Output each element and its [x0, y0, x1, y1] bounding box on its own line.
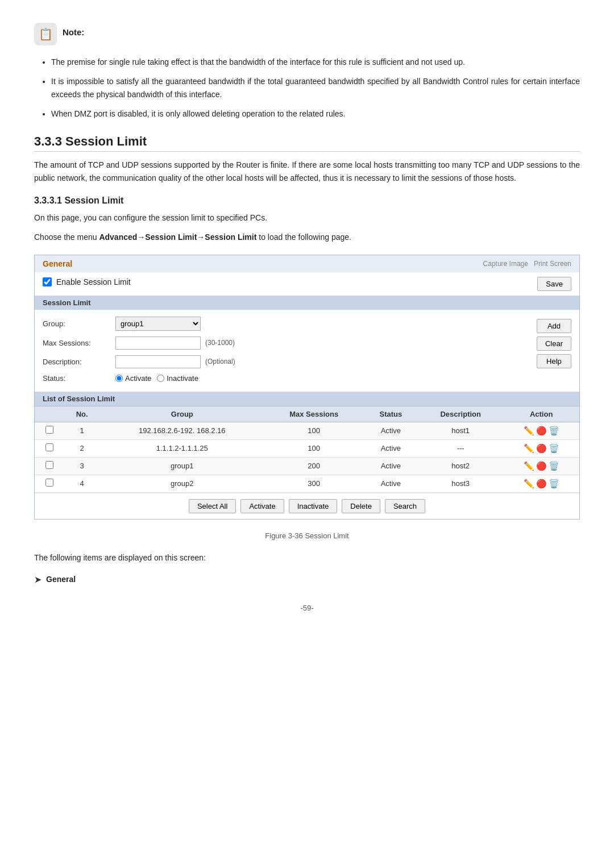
- group-select[interactable]: group1: [115, 317, 201, 331]
- table-buttons: Select All Activate Inactivate Delete Se…: [35, 493, 579, 519]
- save-button[interactable]: Save: [537, 277, 571, 291]
- table-row: 1 192.168.2.6-192. 168.2.16 100 Active h…: [35, 422, 579, 439]
- delete-icon[interactable]: 🗑️: [549, 461, 559, 471]
- panel-header-title: General: [43, 259, 72, 268]
- row-no: 4: [64, 475, 99, 492]
- activate-radio[interactable]: [115, 375, 123, 382]
- stop-icon[interactable]: 🔴: [536, 479, 546, 489]
- col-header-no: No.: [64, 406, 99, 422]
- note-label: Note:: [63, 27, 84, 37]
- row-checkbox[interactable]: [35, 457, 64, 475]
- capture-image-link[interactable]: Capture Image: [483, 260, 528, 268]
- row-no: 1: [64, 422, 99, 439]
- form-section: Group: group1 Max Sessions: (30-1000) De…: [35, 310, 579, 392]
- following-items: The following items are displayed on thi…: [34, 551, 580, 565]
- form-right: Add Clear Help: [537, 317, 571, 388]
- general-section: ➤ General: [34, 574, 580, 585]
- table-row: 3 group1 200 Active host2 ✏️ 🔴 🗑️: [35, 457, 579, 475]
- col-header-status: Status: [364, 406, 418, 422]
- description-input[interactable]: [115, 355, 201, 368]
- edit-icon[interactable]: ✏️: [524, 443, 534, 454]
- inactivate-radio[interactable]: [157, 375, 164, 382]
- row-description: ---: [418, 439, 503, 457]
- row-action: ✏️ 🔴 🗑️: [503, 475, 579, 492]
- delete-button[interactable]: Delete: [342, 499, 380, 513]
- table-row: 2 1.1.1.2-1.1.1.25 100 Active --- ✏️ 🔴 🗑…: [35, 439, 579, 457]
- row-no: 2: [64, 439, 99, 457]
- row-max-sessions: 100: [264, 422, 364, 439]
- max-sessions-hint: (30-1000): [205, 339, 235, 347]
- activate-button[interactable]: Activate: [240, 499, 284, 513]
- page-number: -59-: [34, 602, 580, 614]
- edit-icon[interactable]: ✏️: [524, 461, 534, 471]
- enable-session-limit-checkbox[interactable]: [43, 277, 52, 286]
- col-header-action: Action: [503, 406, 579, 422]
- row-action: ✏️ 🔴 🗑️: [503, 422, 579, 439]
- inactivate-button[interactable]: Inactivate: [289, 499, 338, 513]
- table-row: 4 group2 300 Active host3 ✏️ 🔴 🗑️: [35, 475, 579, 492]
- activate-radio-label[interactable]: Activate: [115, 374, 151, 383]
- row-status: Active: [364, 475, 418, 492]
- inactivate-radio-label[interactable]: Inactivate: [157, 374, 198, 383]
- max-sessions-label: Max Sessions:: [43, 339, 111, 347]
- group-row: Group: group1: [43, 317, 525, 331]
- row-group: group1: [100, 457, 264, 475]
- stop-icon[interactable]: 🔴: [536, 461, 546, 471]
- col-header-group: Group: [100, 406, 264, 422]
- figure-caption: Figure 3-36 Session Limit: [34, 530, 580, 542]
- description-row: Description: (Optional): [43, 355, 525, 368]
- row-status: Active: [364, 422, 418, 439]
- search-button[interactable]: Search: [385, 499, 425, 513]
- row-checkbox[interactable]: [35, 439, 64, 457]
- stop-icon[interactable]: 🔴: [536, 443, 546, 454]
- row-group: group2: [100, 475, 264, 492]
- note-bullet-2: It is impossible to satisfy all the guar…: [51, 75, 580, 101]
- row-checkbox[interactable]: [35, 422, 64, 439]
- panel-header-actions: Capture Image Print Screen: [483, 260, 571, 268]
- row-checkbox[interactable]: [35, 475, 64, 492]
- row-max-sessions: 100: [264, 439, 364, 457]
- col-header-checkbox: [35, 406, 64, 422]
- description-hint: (Optional): [205, 358, 235, 366]
- enable-row: Enable Session Limit: [43, 277, 131, 286]
- session-limit-table: No. Group Max Sessions Status Descriptio…: [35, 406, 579, 493]
- delete-icon[interactable]: 🗑️: [549, 443, 559, 454]
- stop-icon[interactable]: 🔴: [536, 426, 546, 436]
- row-max-sessions: 200: [264, 457, 364, 475]
- note-bullet-3: When DMZ port is disabled, it is only al…: [51, 107, 580, 120]
- panel-header: General Capture Image Print Screen: [35, 255, 579, 272]
- list-section-header: List of Session Limit: [35, 392, 579, 406]
- row-max-sessions: 300: [264, 475, 364, 492]
- row-action: ✏️ 🔴 🗑️: [503, 439, 579, 457]
- note-bullets: The premise for single rule taking effec…: [51, 56, 580, 121]
- note-box: 📋 Note:: [34, 23, 580, 45]
- row-status: Active: [364, 457, 418, 475]
- description-label: Description:: [43, 358, 111, 366]
- enable-session-limit-label: Enable Session Limit: [56, 277, 131, 286]
- row-description: host2: [418, 457, 503, 475]
- clear-button[interactable]: Clear: [537, 337, 571, 351]
- edit-icon[interactable]: ✏️: [524, 479, 534, 489]
- delete-icon[interactable]: 🗑️: [549, 479, 559, 489]
- print-screen-link[interactable]: Print Screen: [534, 260, 571, 268]
- enable-save-row: Enable Session Limit Save: [35, 272, 579, 296]
- delete-icon[interactable]: 🗑️: [549, 426, 559, 436]
- general-label: General: [46, 575, 76, 584]
- row-no: 3: [64, 457, 99, 475]
- row-description: host3: [418, 475, 503, 492]
- select-all-button[interactable]: Select All: [189, 499, 236, 513]
- row-action: ✏️ 🔴 🗑️: [503, 457, 579, 475]
- add-button[interactable]: Add: [537, 319, 571, 333]
- group-label: Group:: [43, 319, 111, 328]
- ui-panel: General Capture Image Print Screen Enabl…: [34, 255, 580, 520]
- subsection-desc: On this page, you can configure the sess…: [34, 211, 580, 225]
- note-icon: 📋: [34, 23, 57, 45]
- row-group: 192.168.2.6-192. 168.2.16: [100, 422, 264, 439]
- help-button[interactable]: Help: [537, 354, 571, 368]
- max-sessions-row: Max Sessions: (30-1000): [43, 337, 525, 350]
- edit-icon[interactable]: ✏️: [524, 426, 534, 436]
- menu-path: Choose the menu Advanced→Session Limit→S…: [34, 231, 580, 244]
- section-desc: The amount of TCP and UDP sessions suppo…: [34, 159, 580, 186]
- max-sessions-input[interactable]: [115, 337, 201, 350]
- section-arrow-icon: ➤: [34, 574, 42, 585]
